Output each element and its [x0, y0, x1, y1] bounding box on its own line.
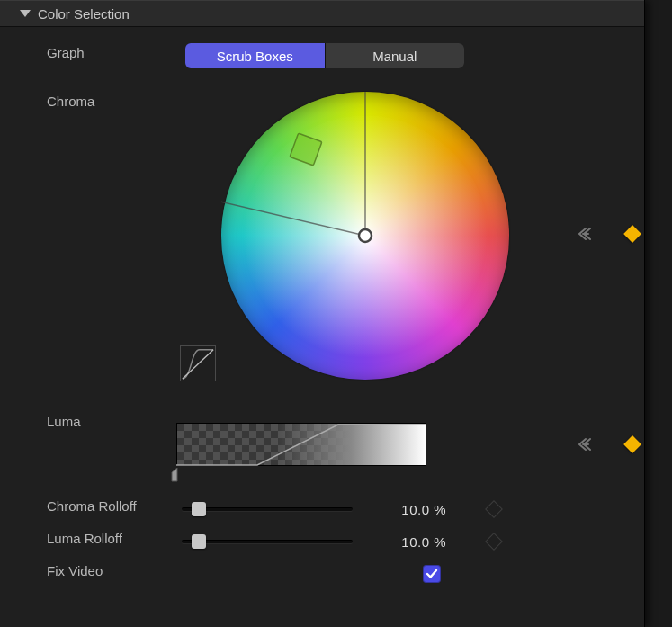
chroma-reset-button[interactable]	[578, 227, 596, 241]
fix-video-label: Fix Video	[47, 561, 182, 578]
chroma-side-controls	[578, 227, 639, 241]
chroma-keyframe-icon[interactable]	[623, 225, 641, 243]
row-fix-video: Fix Video	[0, 558, 644, 590]
fix-video-checkbox[interactable]	[423, 565, 441, 583]
section-body: Graph Scrub Boxes Manual Chroma	[0, 27, 644, 590]
luma-rolloff-label: Luma Rolloff	[47, 529, 182, 546]
section-header[interactable]: Color Selection	[0, 0, 644, 27]
row-luma-rolloff: Luma Rolloff 10.0 %	[0, 525, 644, 558]
chroma-rolloff-label: Chroma Rolloff	[47, 497, 182, 514]
chroma-selection-overlay[interactable]	[221, 92, 509, 380]
luma-curve-overlay[interactable]	[176, 423, 426, 466]
row-chroma: Chroma	[0, 88, 644, 401]
chroma-label: Chroma	[47, 92, 173, 109]
chroma-rolloff-keyframe-icon[interactable]	[485, 500, 503, 518]
svg-rect-2	[290, 133, 322, 166]
row-graph: Graph Scrub Boxes Manual	[0, 40, 644, 72]
segment-scrub-boxes[interactable]: Scrub Boxes	[185, 43, 325, 68]
row-luma: Luma	[0, 408, 644, 489]
luma-keyframe-icon[interactable]	[623, 435, 641, 453]
segment-manual[interactable]: Manual	[325, 43, 465, 68]
luma-rolloff-value[interactable]: 10.0 %	[353, 534, 452, 550]
graph-segmented-control: Scrub Boxes Manual	[185, 43, 464, 68]
section-title: Color Selection	[38, 6, 130, 22]
disclosure-triangle-icon[interactable]	[20, 10, 31, 17]
luma-side-controls	[578, 437, 639, 452]
row-chroma-rolloff: Chroma Rolloff 10.0 %	[0, 493, 644, 525]
svg-line-1	[221, 200, 365, 236]
luma-rolloff-slider[interactable]	[182, 533, 353, 551]
luma-rolloff-keyframe-icon[interactable]	[485, 533, 503, 551]
graph-label: Graph	[47, 43, 182, 60]
luma-reset-button[interactable]	[578, 437, 596, 452]
chroma-curve-well[interactable]	[180, 345, 216, 381]
chroma-rolloff-slider[interactable]	[182, 500, 353, 518]
inspector-panel: Color Selection Graph Scrub Boxes Manual…	[0, 0, 645, 627]
luma-handle-icon[interactable]	[171, 468, 184, 482]
svg-point-3	[359, 229, 372, 242]
luma-label: Luma	[47, 412, 173, 429]
chroma-rolloff-value[interactable]: 10.0 %	[353, 502, 452, 517]
